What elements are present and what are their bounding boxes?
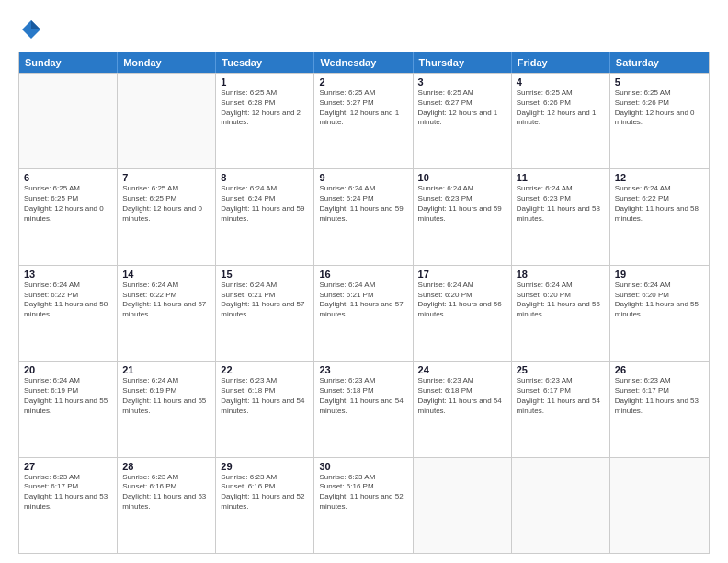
svg-marker-1 [31, 20, 40, 29]
day-info: Sunrise: 6:23 AM Sunset: 6:18 PM Dayligh… [319, 376, 407, 416]
day-20: 20Sunrise: 6:24 AM Sunset: 6:19 PM Dayli… [19, 362, 118, 456]
day-info: Sunrise: 6:25 AM Sunset: 6:25 PM Dayligh… [24, 184, 112, 224]
day-info: Sunrise: 6:25 AM Sunset: 6:26 PM Dayligh… [517, 88, 605, 128]
day-23: 23Sunrise: 6:23 AM Sunset: 6:18 PM Dayli… [314, 362, 413, 456]
day-number: 25 [517, 364, 605, 375]
day-number: 9 [319, 172, 407, 183]
day-8: 8Sunrise: 6:24 AM Sunset: 6:24 PM Daylig… [216, 169, 314, 264]
day-number: 11 [517, 172, 605, 183]
day-info: Sunrise: 6:24 AM Sunset: 6:21 PM Dayligh… [319, 281, 407, 320]
day-number: 12 [615, 172, 704, 183]
week-row-4: 20Sunrise: 6:24 AM Sunset: 6:19 PM Dayli… [19, 361, 709, 456]
week-row-1: 1Sunrise: 6:25 AM Sunset: 6:28 PM Daylig… [19, 73, 709, 168]
day-info: Sunrise: 6:23 AM Sunset: 6:16 PM Dayligh… [221, 473, 309, 512]
header-thursday: Thursday [414, 52, 512, 73]
day-number: 24 [418, 364, 506, 375]
day-number: 13 [24, 269, 112, 280]
day-14: 14Sunrise: 6:24 AM Sunset: 6:22 PM Dayli… [118, 266, 216, 361]
day-19: 19Sunrise: 6:24 AM Sunset: 6:20 PM Dayli… [610, 266, 709, 361]
day-info: Sunrise: 6:24 AM Sunset: 6:21 PM Dayligh… [221, 281, 309, 320]
day-info: Sunrise: 6:23 AM Sunset: 6:17 PM Dayligh… [517, 376, 605, 416]
day-number: 26 [615, 364, 704, 375]
header-saturday: Saturday [610, 52, 709, 73]
week-row-5: 27Sunrise: 6:23 AM Sunset: 6:17 PM Dayli… [19, 457, 709, 553]
header-sunday: Sunday [19, 52, 118, 73]
empty-cell-0-0 [19, 74, 118, 168]
day-info: Sunrise: 6:23 AM Sunset: 6:16 PM Dayligh… [122, 473, 210, 512]
day-5: 5Sunrise: 6:25 AM Sunset: 6:26 PM Daylig… [610, 74, 709, 168]
day-11: 11Sunrise: 6:24 AM Sunset: 6:23 PM Dayli… [512, 169, 610, 264]
logo [18, 17, 48, 42]
day-info: Sunrise: 6:25 AM Sunset: 6:27 PM Dayligh… [319, 88, 407, 128]
day-29: 29Sunrise: 6:23 AM Sunset: 6:16 PM Dayli… [216, 458, 314, 553]
day-info: Sunrise: 6:24 AM Sunset: 6:22 PM Dayligh… [615, 184, 704, 224]
page: SundayMondayTuesdayWednesdayThursdayFrid… [0, 0, 728, 563]
day-21: 21Sunrise: 6:24 AM Sunset: 6:19 PM Dayli… [118, 362, 216, 456]
day-6: 6Sunrise: 6:25 AM Sunset: 6:25 PM Daylig… [19, 169, 118, 264]
empty-cell-4-4 [414, 458, 512, 553]
day-number: 22 [221, 364, 309, 375]
day-info: Sunrise: 6:24 AM Sunset: 6:24 PM Dayligh… [319, 184, 407, 224]
day-30: 30Sunrise: 6:23 AM Sunset: 6:16 PM Dayli… [314, 458, 413, 553]
day-2: 2Sunrise: 6:25 AM Sunset: 6:27 PM Daylig… [314, 74, 413, 168]
week-row-3: 13Sunrise: 6:24 AM Sunset: 6:22 PM Dayli… [19, 265, 709, 361]
day-number: 30 [319, 461, 407, 472]
calendar-header-row: SundayMondayTuesdayWednesdayThursdayFrid… [19, 52, 709, 73]
day-number: 17 [418, 269, 506, 280]
day-info: Sunrise: 6:24 AM Sunset: 6:19 PM Dayligh… [122, 376, 210, 416]
day-number: 18 [517, 269, 605, 280]
day-number: 14 [122, 269, 210, 280]
day-number: 23 [319, 364, 407, 375]
day-info: Sunrise: 6:24 AM Sunset: 6:20 PM Dayligh… [615, 281, 704, 320]
day-number: 19 [615, 269, 704, 280]
day-26: 26Sunrise: 6:23 AM Sunset: 6:17 PM Dayli… [610, 362, 709, 456]
day-info: Sunrise: 6:23 AM Sunset: 6:16 PM Dayligh… [319, 473, 407, 512]
day-7: 7Sunrise: 6:25 AM Sunset: 6:25 PM Daylig… [118, 169, 216, 264]
day-info: Sunrise: 6:23 AM Sunset: 6:18 PM Dayligh… [221, 376, 309, 416]
header-wednesday: Wednesday [314, 52, 413, 73]
day-info: Sunrise: 6:24 AM Sunset: 6:20 PM Dayligh… [517, 281, 605, 320]
day-1: 1Sunrise: 6:25 AM Sunset: 6:28 PM Daylig… [216, 74, 314, 168]
day-number: 15 [221, 269, 309, 280]
day-info: Sunrise: 6:24 AM Sunset: 6:19 PM Dayligh… [24, 376, 112, 416]
empty-cell-4-6 [610, 458, 709, 553]
empty-cell-4-5 [512, 458, 610, 553]
day-17: 17Sunrise: 6:24 AM Sunset: 6:20 PM Dayli… [414, 266, 512, 361]
day-info: Sunrise: 6:23 AM Sunset: 6:18 PM Dayligh… [418, 376, 506, 416]
week-row-2: 6Sunrise: 6:25 AM Sunset: 6:25 PM Daylig… [19, 168, 709, 264]
day-9: 9Sunrise: 6:24 AM Sunset: 6:24 PM Daylig… [314, 169, 413, 264]
day-number: 8 [221, 172, 309, 183]
day-number: 21 [122, 364, 210, 375]
day-info: Sunrise: 6:24 AM Sunset: 6:22 PM Dayligh… [122, 281, 210, 320]
empty-cell-0-1 [118, 74, 216, 168]
header [18, 17, 710, 42]
day-info: Sunrise: 6:25 AM Sunset: 6:25 PM Dayligh… [122, 184, 210, 224]
day-27: 27Sunrise: 6:23 AM Sunset: 6:17 PM Dayli… [19, 458, 118, 553]
day-number: 2 [319, 76, 407, 87]
logo-icon [18, 17, 44, 42]
day-number: 29 [221, 461, 309, 472]
day-number: 4 [517, 76, 605, 87]
day-3: 3Sunrise: 6:25 AM Sunset: 6:27 PM Daylig… [414, 74, 512, 168]
header-tuesday: Tuesday [216, 52, 314, 73]
day-12: 12Sunrise: 6:24 AM Sunset: 6:22 PM Dayli… [610, 169, 709, 264]
day-number: 16 [319, 269, 407, 280]
day-4: 4Sunrise: 6:25 AM Sunset: 6:26 PM Daylig… [512, 74, 610, 168]
day-number: 6 [24, 172, 112, 183]
day-info: Sunrise: 6:25 AM Sunset: 6:28 PM Dayligh… [221, 88, 309, 128]
day-info: Sunrise: 6:24 AM Sunset: 6:24 PM Dayligh… [221, 184, 309, 224]
day-13: 13Sunrise: 6:24 AM Sunset: 6:22 PM Dayli… [19, 266, 118, 361]
day-28: 28Sunrise: 6:23 AM Sunset: 6:16 PM Dayli… [118, 458, 216, 553]
header-friday: Friday [512, 52, 610, 73]
day-number: 3 [418, 76, 506, 87]
day-info: Sunrise: 6:24 AM Sunset: 6:22 PM Dayligh… [24, 281, 112, 320]
day-info: Sunrise: 6:23 AM Sunset: 6:17 PM Dayligh… [615, 376, 704, 416]
day-info: Sunrise: 6:23 AM Sunset: 6:17 PM Dayligh… [24, 473, 112, 512]
day-22: 22Sunrise: 6:23 AM Sunset: 6:18 PM Dayli… [216, 362, 314, 456]
day-info: Sunrise: 6:24 AM Sunset: 6:23 PM Dayligh… [418, 184, 506, 224]
day-info: Sunrise: 6:25 AM Sunset: 6:26 PM Dayligh… [615, 88, 704, 128]
day-number: 10 [418, 172, 506, 183]
day-25: 25Sunrise: 6:23 AM Sunset: 6:17 PM Dayli… [512, 362, 610, 456]
day-24: 24Sunrise: 6:23 AM Sunset: 6:18 PM Dayli… [414, 362, 512, 456]
day-info: Sunrise: 6:24 AM Sunset: 6:23 PM Dayligh… [517, 184, 605, 224]
